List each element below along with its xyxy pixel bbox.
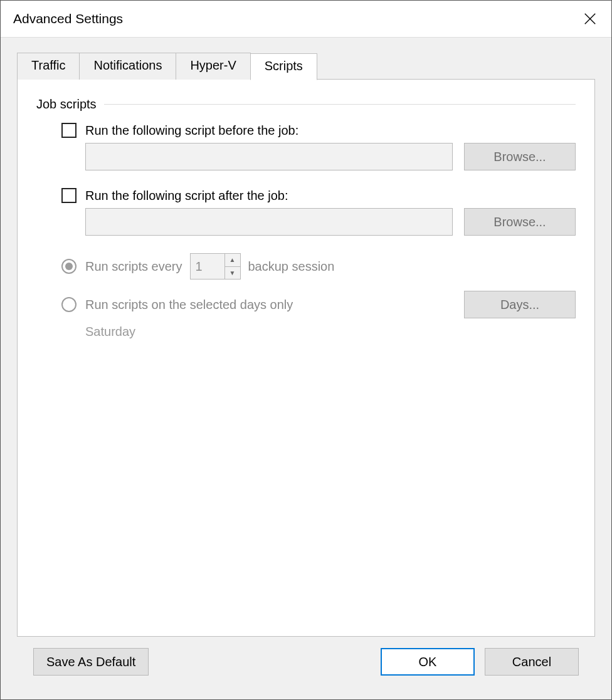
save-as-default-button[interactable]: Save As Default: [33, 648, 149, 676]
label-after-job: Run the following script after the job:: [85, 189, 288, 203]
dialog-body: Traffic Notifications Hyper-V Scripts Jo…: [1, 37, 611, 699]
checkbox-before-job[interactable]: [61, 123, 76, 138]
group-divider: [104, 104, 576, 105]
radio-run-every[interactable]: [61, 259, 76, 274]
days-button[interactable]: Days...: [464, 291, 576, 318]
input-before-job-path[interactable]: [85, 143, 453, 170]
title-bar: Advanced Settings: [1, 1, 611, 37]
tab-scripts[interactable]: Scripts: [250, 53, 317, 80]
label-run-every-prefix: Run scripts every: [85, 259, 182, 274]
label-current-days: Saturday: [85, 325, 135, 339]
label-selected-days: Run scripts on the selected days only: [85, 298, 293, 312]
row-selected-days: Run scripts on the selected days only Da…: [61, 291, 576, 318]
row-after-job: Run the following script after the job:: [61, 188, 576, 203]
tab-panel-scripts: Job scripts Run the following script bef…: [17, 79, 595, 637]
group-title: Job scripts: [36, 97, 97, 112]
cancel-button[interactable]: Cancel: [485, 648, 579, 676]
input-row-before-job: Browse...: [85, 143, 576, 170]
row-before-job: Run the following script before the job:: [61, 123, 576, 138]
row-selected-days-current: Saturday: [85, 325, 576, 339]
close-button[interactable]: [575, 4, 605, 34]
label-before-job: Run the following script before the job:: [85, 123, 298, 138]
browse-after-button[interactable]: Browse...: [464, 208, 576, 236]
spinner-up-icon[interactable]: ▲: [225, 254, 240, 266]
dialog-title: Advanced Settings: [13, 11, 123, 26]
tab-hyper-v[interactable]: Hyper-V: [176, 53, 250, 80]
row-run-every: Run scripts every 1 ▲ ▼ backup session: [61, 253, 576, 279]
group-job-scripts: Job scripts: [36, 97, 576, 112]
spinner-arrows: ▲ ▼: [224, 254, 240, 279]
close-icon: [583, 12, 597, 26]
spinner-value: 1: [191, 254, 224, 279]
radio-selected-days[interactable]: [61, 297, 76, 312]
label-run-every-suffix: backup session: [248, 259, 335, 274]
tab-traffic[interactable]: Traffic: [17, 53, 80, 80]
input-after-job-path[interactable]: [85, 208, 453, 236]
tab-strip: Traffic Notifications Hyper-V Scripts: [17, 53, 595, 80]
advanced-settings-dialog: Advanced Settings Traffic Notifications …: [0, 0, 612, 700]
tab-notifications[interactable]: Notifications: [79, 53, 176, 80]
dialog-footer: Save As Default OK Cancel: [17, 637, 595, 687]
browse-before-button[interactable]: Browse...: [464, 143, 576, 170]
checkbox-after-job[interactable]: [61, 188, 76, 203]
input-row-after-job: Browse...: [85, 208, 576, 236]
spinner-run-every[interactable]: 1 ▲ ▼: [190, 253, 241, 279]
ok-button[interactable]: OK: [381, 648, 475, 676]
spinner-down-icon[interactable]: ▼: [225, 266, 240, 279]
